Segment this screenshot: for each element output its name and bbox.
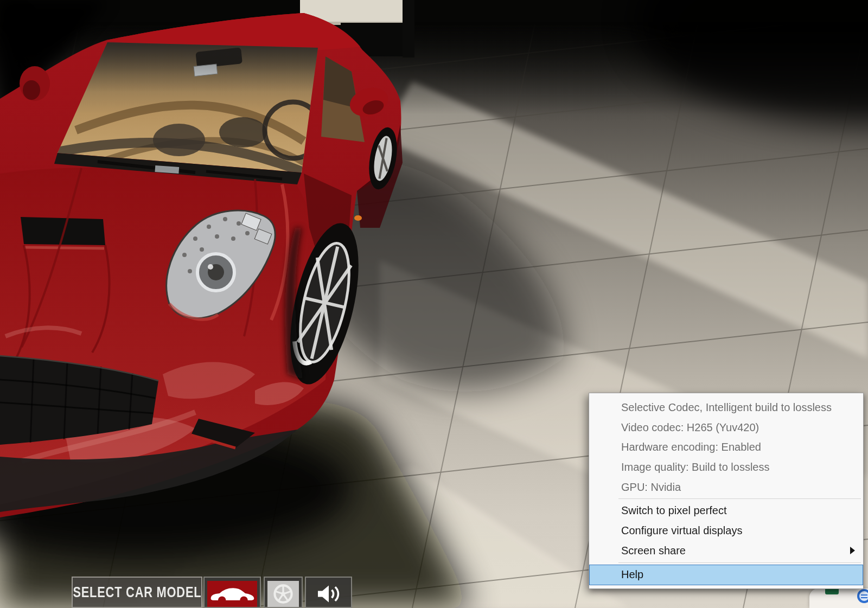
wheel-icon: [271, 582, 295, 606]
remote-desktop-screen: SELECT CAR MODEL: [0, 0, 868, 608]
popup-green-tab: [825, 588, 839, 594]
submenu-arrow-icon: [850, 547, 855, 554]
car-icon: [209, 583, 256, 605]
sound-button[interactable]: [305, 577, 352, 608]
menu-item-configure-virtual-displays[interactable]: Configure virtual displays: [589, 521, 863, 541]
menu-item-help[interactable]: Help: [589, 565, 863, 585]
select-car-model-button[interactable]: SELECT CAR MODEL: [72, 577, 202, 608]
popup-blue-badge-icon: [857, 589, 868, 603]
menu-item-codec-info: Selective Codec, Intelligent build to lo…: [589, 398, 863, 418]
select-car-model-label: SELECT CAR MODEL: [73, 584, 201, 601]
menu-item-screen-share[interactable]: Screen share: [589, 541, 863, 561]
car-side-marker: [354, 215, 362, 221]
menu-item-hardware-encoding: Hardware encoding: Enabled: [589, 437, 863, 457]
menu-separator: [618, 562, 861, 563]
car-model-button[interactable]: [203, 577, 261, 608]
speaker-icon: [315, 583, 343, 605]
menu-item-gpu: GPU: Nvidia: [589, 477, 863, 497]
menu-item-video-codec: Video codec: H265 (Yuv420): [589, 418, 863, 438]
wheels-button[interactable]: [264, 577, 303, 608]
menu-separator: [618, 498, 861, 499]
menu-item-switch-pixel-perfect[interactable]: Switch to pixel perfect: [589, 501, 863, 521]
overlay-context-menu: Selective Codec, Intelligent build to lo…: [589, 393, 864, 589]
menu-item-image-quality: Image quality: Build to lossless: [589, 457, 863, 477]
corner-notification-popup[interactable]: [809, 588, 868, 608]
